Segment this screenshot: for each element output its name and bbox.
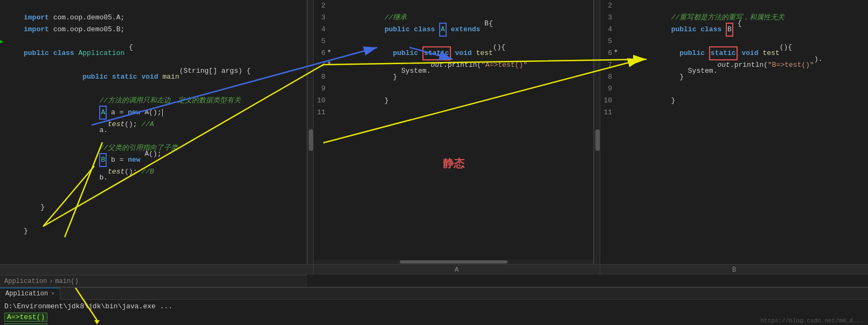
breadcrumb-file: Application (4, 278, 47, 285)
close-tab-icon[interactable]: × (51, 291, 54, 297)
static-label: 静态 (443, 156, 464, 171)
scrollbar-separator (307, 0, 314, 264)
breadcrumb-sep: › (49, 278, 53, 285)
scrollbar-separator-2 (594, 0, 600, 264)
console-tab-bar: Application × (0, 288, 868, 300)
console-output-a: A=>test() (4, 313, 47, 322)
panel-label-b: B (600, 265, 868, 275)
console-line-2: A=>test() (4, 312, 864, 322)
console-line-3: B=>test() (4, 322, 864, 325)
breadcrumb: Application › main() (0, 275, 307, 287)
panel-application: ▶ import com.oop.demo05.A; import com.oo… (0, 0, 307, 264)
line-numbers-b: 2 3 4 5 6 7 8 9 10 11 (600, 0, 614, 119)
label-bar: A B (0, 264, 868, 275)
panel-a: //继承 public class A extends B{ public st… (314, 0, 594, 264)
breadcrumb-method: main() (55, 278, 78, 285)
panel-b: //重写都是方法的重写，和属性无关 public class B { publi… (600, 0, 868, 264)
bottom-panel: Application × D:\Environment\jdk8\jdk\bi… (0, 287, 868, 325)
line-numbers-application (0, 0, 16, 237)
panel-label-a: A (314, 265, 600, 275)
line-numbers-a: 2 3 4 5 6 7 8 9 10 11 (314, 0, 328, 119)
watermark: https://blog.csdn.net/m0_d... (761, 317, 864, 324)
a-code: //继承 public class A extends B{ public st… (330, 0, 593, 130)
application-code: import com.oop.demo05.A; import com.oop.… (19, 0, 307, 237)
console-output-b: B=>test() (4, 323, 47, 326)
console-line-1: D:\Environment\jdk8\jdk\bin\java.exe ... (4, 301, 864, 312)
b-code: //重写都是方法的重写，和属性无关 public class B { publi… (616, 0, 868, 130)
application-tab-label: Application (5, 290, 48, 298)
application-tab[interactable]: Application × (0, 288, 60, 300)
panel-label-application (0, 265, 314, 275)
console-output: D:\Environment\jdk8\jdk\bin\java.exe ...… (0, 300, 868, 325)
